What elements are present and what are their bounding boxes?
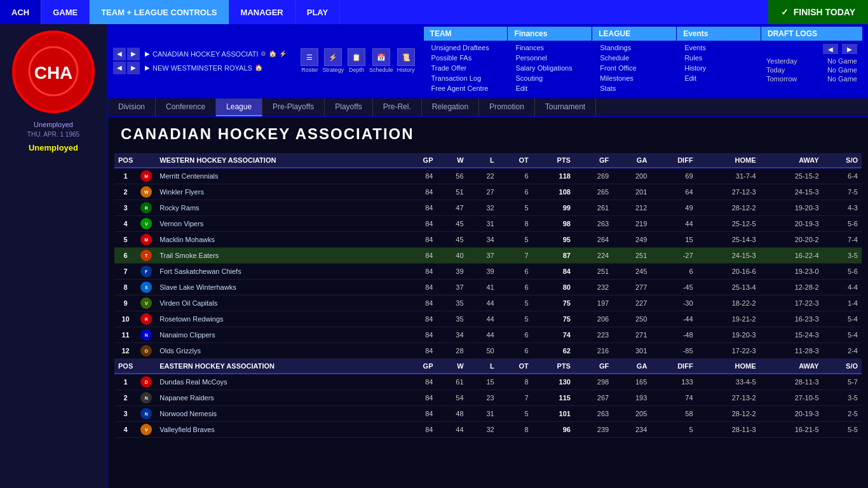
team-name-cell[interactable]: Virden Oil Capitals [156, 295, 402, 311]
team-name-cell[interactable]: Rosetown Redwings [156, 311, 402, 327]
pos-header-e: POS [114, 359, 137, 374]
tab-pre-rel[interactable]: Pre-Rel. [373, 98, 422, 116]
events-dropdown-header[interactable]: Events [677, 27, 761, 41]
possible-fas-item[interactable]: Possible FAs [424, 53, 508, 63]
team-pos: 4 [114, 422, 137, 438]
team-icon-cell: D [137, 374, 156, 390]
tab-league[interactable]: League [216, 98, 262, 116]
nav-back2-btn[interactable]: ◀ [113, 62, 126, 74]
team-icon-cell: W [137, 184, 156, 200]
salary-obligations-item[interactable]: Salary Obligations [508, 63, 592, 73]
team-icon-cell: F [137, 264, 156, 280]
team-name-cell[interactable]: Trail Smoke Eaters [156, 248, 402, 264]
table-row: 1 M Merritt Centennials 84 56 22 6 118 2… [114, 168, 862, 184]
draft-prev-btn[interactable]: ◀ [823, 44, 838, 54]
tab-tournament[interactable]: Tournament [535, 98, 596, 116]
tab-promotion[interactable]: Promotion [479, 98, 535, 116]
team-name-cell[interactable]: Napanee Raiders [156, 390, 402, 406]
personnel-item[interactable]: Personnel [508, 53, 592, 63]
team-name-cell[interactable]: Merritt Centennials [156, 168, 402, 184]
tab-pre-playoffs[interactable]: Pre-Playoffs [262, 98, 325, 116]
nav-settings-icon: ⚙ [261, 50, 266, 57]
draft-yesterday-row: Yesterday No Game [766, 57, 857, 65]
ga-header: GA [613, 153, 651, 168]
tab-relegation[interactable]: Relegation [422, 98, 479, 116]
scouting-item[interactable]: Scouting [508, 73, 592, 83]
standings-area: POS WESTERN HOCKEY ASSOCIATION GP W L OT… [108, 147, 868, 488]
finish-today-button[interactable]: ✓ FINISH TODAY [768, 0, 868, 24]
team-name-cell[interactable]: Fort Saskatchewan Chiefs [156, 264, 402, 280]
nav-cha-link[interactable]: ▶ CANADIAN HOCKEY ASSOCIATI ⚙ 🏠 ⚡ [141, 49, 290, 59]
team-pos: 8 [114, 280, 137, 295]
stats-item[interactable]: Stats [592, 83, 676, 93]
table-row: 8 S Slave Lake Winterhawks 84 37 41 6 80… [114, 280, 862, 295]
checkmark-icon: ✓ [781, 7, 789, 17]
eastern-header: EASTERN HOCKEY ASSOCIATION [156, 359, 402, 374]
team-icon-cell: T [137, 248, 156, 264]
tab-conference[interactable]: Conference [156, 98, 216, 116]
front-office-item[interactable]: Front Office [592, 63, 676, 73]
team-icon-cell: M [137, 168, 156, 184]
roster-button[interactable]: ☰ [301, 48, 318, 66]
history-button[interactable]: 📜 [397, 48, 415, 66]
events-dropdown: Events Events Rules History Edit [677, 27, 761, 95]
icon-header-e [137, 359, 156, 374]
events-edit-item[interactable]: Edit [677, 73, 761, 83]
nav-fwd-btn[interactable]: ▶ [127, 48, 140, 60]
events-item[interactable]: Events [677, 43, 761, 53]
draft-next-btn[interactable]: ▶ [842, 44, 857, 54]
nav-ach[interactable]: ACH [0, 0, 41, 24]
standings-item[interactable]: Standings [592, 43, 676, 53]
nav-fwd2-btn[interactable]: ▶ [127, 62, 140, 74]
table-row: 5 M Macklin Mohawks 84 45 34 5 95 264 24… [114, 232, 862, 248]
team-icon-cell: V [137, 422, 156, 438]
l-header: L [468, 153, 498, 168]
strategy-nav-group: ⚡ Strategy [322, 48, 344, 73]
team-name-cell[interactable]: Olds Grizzlys [156, 343, 402, 359]
nav-play[interactable]: PLAY [295, 0, 340, 24]
nav-team-league[interactable]: TEAM + LEAGUE CONTROLS [90, 0, 229, 24]
team-name-cell[interactable]: Macklin Mohawks [156, 232, 402, 248]
nav-home-icon: 🏠 [269, 50, 276, 57]
finances-edit-item[interactable]: Edit [508, 83, 592, 93]
league-dropdown-header[interactable]: LEAGUE [592, 27, 676, 41]
svg-text:CHA: CHA [34, 63, 73, 83]
free-agent-centre-item[interactable]: Free Agent Centre [424, 83, 508, 93]
main-layout: CHA Unemployed THU. APR. 1 1965 Unemploy… [0, 24, 868, 488]
table-row: 4 V Vernon Vipers 84 45 31 8 98 263 219 … [114, 216, 862, 232]
team-name-cell[interactable]: Norwood Nemesis [156, 406, 402, 422]
gf-header: GF [574, 153, 613, 168]
team-dropdown-header[interactable]: TEAM [424, 27, 508, 41]
western-section-header: POS WESTERN HOCKEY ASSOCIATION GP W L OT… [114, 153, 862, 168]
schedule-button[interactable]: 📅 [372, 48, 390, 66]
team-name-cell[interactable]: Nanaimo Clippers [156, 327, 402, 343]
team-name-cell[interactable]: Slave Lake Winterhawks [156, 280, 402, 295]
nav-back-btn[interactable]: ◀ [113, 48, 126, 60]
table-row: 3 N Norwood Nemesis 84 48 31 5 101 263 2… [114, 406, 862, 422]
draft-tomorrow-row: Tomorrow No Game [766, 74, 857, 83]
finances-dropdown-header[interactable]: Finances [508, 27, 592, 41]
nav-game[interactable]: GAME [41, 0, 90, 24]
milestones-item[interactable]: Milestones [592, 73, 676, 83]
finances-item[interactable]: Finances [508, 43, 592, 53]
w-header: W [437, 153, 468, 168]
team-icon-cell: N [137, 327, 156, 343]
transaction-log-item[interactable]: Transaction Log [424, 73, 508, 83]
team-icon-cell: R [137, 311, 156, 327]
history-item[interactable]: History [677, 63, 761, 73]
team-name-cell[interactable]: Valleyfield Braves [156, 422, 402, 438]
team-name-cell[interactable]: Winkler Flyers [156, 184, 402, 200]
team-name-cell[interactable]: Rocky Rams [156, 200, 402, 216]
nav-manager[interactable]: MANAGER [229, 0, 295, 24]
strategy-button[interactable]: ⚡ [324, 48, 342, 66]
tab-division[interactable]: Division [108, 98, 156, 116]
depth-button[interactable]: 📋 [348, 48, 365, 66]
team-name-cell[interactable]: Dundas Real McCoys [156, 374, 402, 390]
trade-offer-item[interactable]: Trade Offer [424, 63, 508, 73]
schedule-item[interactable]: Schedule [592, 53, 676, 63]
team-name-cell[interactable]: Vernon Vipers [156, 216, 402, 232]
tab-playoffs[interactable]: Playoffs [325, 98, 372, 116]
nav-westminster-link[interactable]: ▶ NEW WESTMINSTER ROYALS 🏠 [141, 63, 266, 73]
rules-item[interactable]: Rules [677, 53, 761, 63]
unsigned-draftees-item[interactable]: Unsigned Draftees [424, 43, 508, 53]
